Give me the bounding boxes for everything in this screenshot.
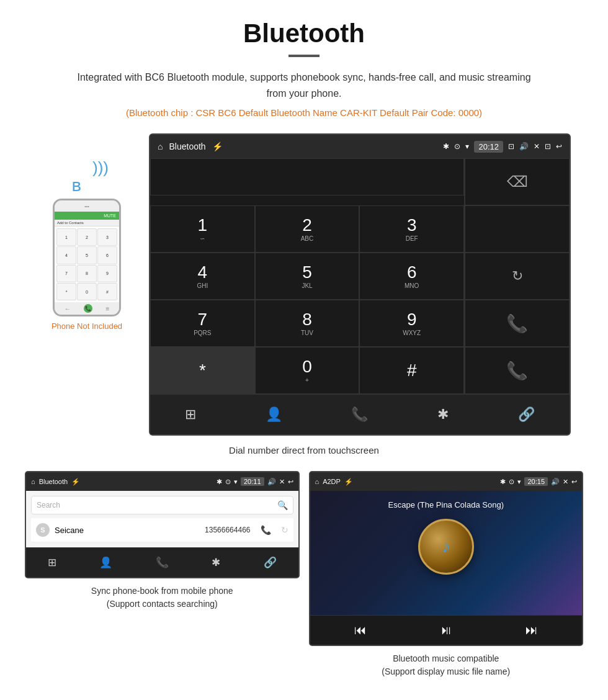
song-title: Escape (The Pina Colada Song)	[388, 500, 504, 509]
phonebook-screen-item: ⌂ Bluetooth ⚡ ✱ ⊙ ▾ 20:11 🔊 ✕ ↩ Search	[25, 471, 300, 678]
music-home-icon[interactable]: ⌂	[315, 478, 320, 485]
close-icon[interactable]: ✕	[534, 142, 540, 151]
bt-status-icon: ✱	[443, 142, 449, 151]
phone-screen: MUTE Add to Contacts 1 2 3 4 5 6 7 8 9 *…	[55, 212, 119, 302]
camera-icon[interactable]: ⊡	[508, 142, 514, 151]
pb-bottom-nav: ⊞ 👤 📞 ✱ 🔗	[26, 547, 298, 577]
phone-key-6: 6	[97, 246, 117, 264]
usb-icon: ⚡	[212, 141, 223, 151]
phone-mockup: ʙ ))) ••• MUTE Add to Contacts 1 2 3 4 5…	[37, 133, 136, 331]
phone-contact-bar: Add to Contacts	[55, 220, 119, 227]
contact-row[interactable]: S Seicane 13566664466 📞 ↻	[31, 518, 293, 542]
bottom-screenshots: ⌂ Bluetooth ⚡ ✱ ⊙ ▾ 20:11 🔊 ✕ ↩ Search	[0, 471, 608, 678]
prev-button[interactable]: ⏮	[354, 623, 367, 637]
back-icon[interactable]: ↩	[556, 142, 562, 151]
status-right: ✱ ⊙ ▾ 20:12 ⊡ 🔊 ✕ ⊡ ↩	[443, 141, 562, 153]
phonebook-status-bar: ⌂ Bluetooth ⚡ ✱ ⊙ ▾ 20:11 🔊 ✕ ↩	[26, 472, 298, 491]
phone-top-bar: •••	[55, 200, 119, 212]
phonebook-screen: ⌂ Bluetooth ⚡ ✱ ⊙ ▾ 20:11 🔊 ✕ ↩ Search	[25, 471, 300, 578]
nav-link-icon[interactable]: 🔗	[518, 406, 535, 423]
phone-key-hash: #	[97, 283, 117, 300]
dial-key-5[interactable]: 5 JKL	[255, 253, 360, 300]
contact-refresh-icon[interactable]: ↻	[281, 525, 288, 535]
phone-key-star: *	[56, 283, 76, 300]
pb-nav-call[interactable]: 📞	[156, 556, 169, 569]
pb-title: Bluetooth	[39, 478, 68, 485]
pb-vol[interactable]: 🔊	[267, 478, 276, 486]
pb-home-icon[interactable]: ⌂	[31, 478, 35, 485]
dial-key-hash[interactable]: #	[359, 347, 464, 394]
dial-key-star[interactable]: *	[150, 347, 255, 394]
dial-key-7[interactable]: 7 PQRS	[150, 300, 255, 347]
dial-key-0[interactable]: 0 +	[255, 347, 360, 394]
pb-nav-link[interactable]: 🔗	[264, 556, 277, 569]
end-call-button[interactable]: 📞	[465, 347, 570, 394]
dial-key-2[interactable]: 2 ABC	[255, 205, 360, 253]
phone-speaker: •••	[84, 204, 89, 209]
phone-back-btn: ←	[65, 305, 71, 312]
phone-key-0: 0	[77, 283, 97, 300]
dial-key-9[interactable]: 9 WXYZ	[359, 300, 464, 347]
pb-back[interactable]: ↩	[288, 478, 293, 486]
window-icon[interactable]: ⊡	[545, 142, 551, 151]
phone-key-4: 4	[56, 246, 76, 264]
nav-bluetooth-icon[interactable]: ✱	[437, 406, 449, 423]
dialpad-area: 1 ∽ 2 ABC 3 DEF 4 GHI 5 JKL	[150, 158, 570, 394]
music-bt-icon: ✱	[500, 478, 506, 486]
pb-nav-grid[interactable]: ⊞	[48, 556, 56, 569]
time-display: 20:12	[474, 141, 503, 153]
dial-display	[150, 158, 464, 195]
phonebook-content: Search 🔍 S Seicane 13566664466 📞 ↻	[26, 491, 298, 547]
dial-key-3[interactable]: 3 DEF	[359, 205, 464, 253]
music-usb-icon: ⚡	[344, 478, 353, 486]
nav-calls-icon[interactable]: 📞	[351, 406, 368, 423]
music-status-bar: ⌂ A2DP ⚡ ✱ ⊙ ▾ 20:15 🔊 ✕ ↩	[310, 472, 583, 491]
music-back[interactable]: ↩	[571, 478, 577, 486]
refresh-button[interactable]: ↻	[465, 253, 570, 300]
music-signal: ▾	[517, 478, 521, 486]
nav-dialpad-icon[interactable]: ⊞	[185, 406, 196, 423]
music-close[interactable]: ✕	[563, 478, 568, 486]
music-screen: ⌂ A2DP ⚡ ✱ ⊙ ▾ 20:15 🔊 ✕ ↩ Escape (The P…	[309, 471, 584, 646]
phone-keypad-mini: 1 2 3 4 5 6 7 8 9 * 0 #	[55, 227, 119, 302]
call-button[interactable]: 📞	[465, 300, 570, 347]
pb-signal: ▾	[234, 478, 238, 486]
volume-icon[interactable]: 🔊	[519, 142, 529, 151]
phone-key-3: 3	[97, 228, 117, 246]
contact-phone: 13566664466	[205, 526, 250, 534]
dialpad-right: ⌫ ↻ 📞 📞	[465, 158, 570, 394]
pb-usb-icon: ⚡	[71, 478, 80, 486]
music-location: ⊙	[509, 478, 514, 486]
music-content: Escape (The Pina Colada Song) ♪	[310, 491, 583, 615]
empty-action-1	[465, 205, 570, 253]
status-title: Bluetooth	[169, 141, 205, 151]
dial-key-6[interactable]: 6 MNO	[359, 253, 464, 300]
search-bar[interactable]: Search 🔍	[31, 496, 293, 514]
wifi-waves: )))	[92, 158, 109, 177]
pb-nav-user[interactable]: 👤	[99, 556, 112, 569]
pb-location: ⊙	[225, 478, 231, 486]
phone-screen-header: MUTE	[55, 212, 119, 220]
pb-close[interactable]: ✕	[279, 478, 285, 486]
bt-symbol: ʙ	[71, 175, 81, 195]
phone-key-1: 1	[56, 228, 76, 246]
pb-bt-icon: ✱	[217, 478, 222, 486]
contact-call-icon[interactable]: 📞	[261, 525, 271, 535]
home-icon[interactable]: ⌂	[158, 141, 163, 151]
dial-key-4[interactable]: 4 GHI	[150, 253, 255, 300]
dial-key-1[interactable]: 1 ∽	[150, 205, 255, 253]
backspace-button[interactable]: ⌫	[465, 158, 570, 205]
next-button[interactable]: ⏭	[525, 623, 538, 637]
music-caption: Bluetooth music compatible(Support displ…	[382, 652, 510, 678]
nav-contacts-icon[interactable]: 👤	[266, 406, 282, 423]
music-controls: ⏮ ⏯ ⏭	[310, 615, 583, 645]
location-icon: ⊙	[454, 142, 460, 151]
music-time: 20:15	[524, 477, 548, 486]
contact-name: Seicane	[55, 526, 200, 535]
play-pause-button[interactable]: ⏯	[440, 623, 452, 637]
music-vol[interactable]: 🔊	[551, 478, 560, 486]
phone-key-5: 5	[77, 246, 97, 264]
pb-nav-bt[interactable]: ✱	[212, 556, 220, 569]
phone-key-8: 8	[77, 265, 97, 282]
dial-key-8[interactable]: 8 TUV	[255, 300, 360, 347]
